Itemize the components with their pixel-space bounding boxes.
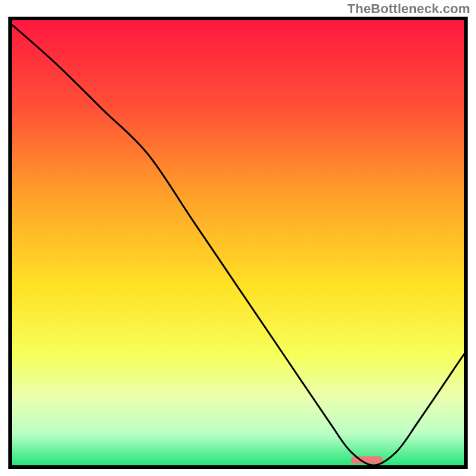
chart-svg <box>12 20 464 465</box>
watermark-label: TheBottleneck.com <box>347 1 470 17</box>
chart-wrapper: TheBottleneck.com <box>0 0 476 476</box>
chart-plot-area <box>8 17 468 469</box>
